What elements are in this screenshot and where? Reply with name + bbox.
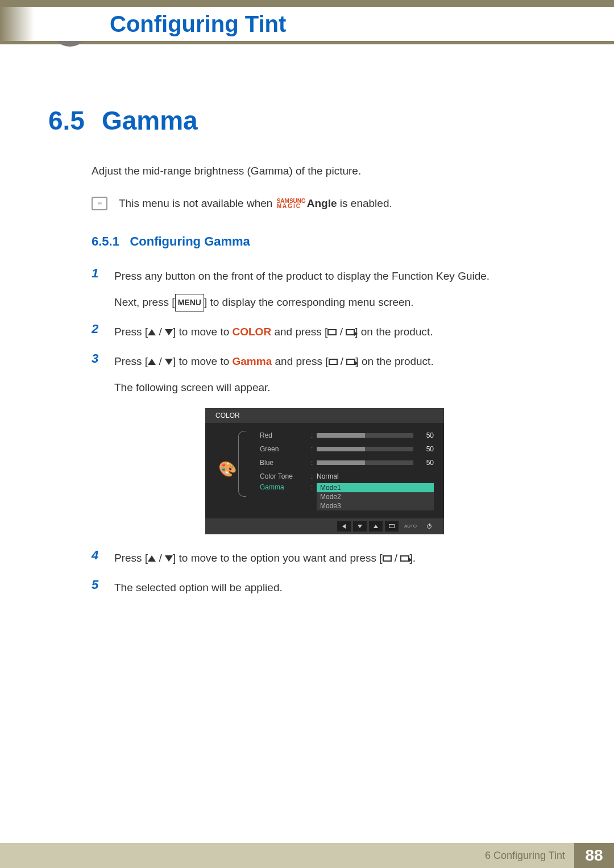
note-row: ≡ This menu is not available when SAMSUN… (92, 197, 566, 210)
triangle-down-icon (165, 359, 173, 365)
rect-icon (329, 359, 338, 365)
step-5: 5 The selected option will be applied. (92, 578, 566, 598)
arrow-left-icon (342, 524, 346, 529)
steps-list: 1 Press any button on the front of the p… (92, 266, 566, 599)
section-name: Gamma (102, 105, 198, 136)
step-number: 3 (92, 351, 103, 398)
colon: : (311, 459, 317, 467)
gamma-dropdown[interactable]: Mode1 Mode2 Mode3 (317, 483, 434, 510)
triangle-up-icon (148, 359, 156, 365)
gamma-option[interactable]: Mode3 (317, 501, 434, 510)
step-number: 1 (92, 266, 103, 313)
osd-value: 50 (419, 431, 434, 439)
keyword-color: COLOR (233, 326, 272, 338)
slider-fill (317, 460, 365, 465)
osd-value: 50 (419, 459, 434, 467)
osd-label-active: Gamma (260, 483, 311, 491)
enter-icon (389, 524, 395, 528)
nav-power-button[interactable] (422, 521, 436, 531)
osd-panel: COLOR 🎨 Red : 50 (205, 408, 444, 534)
header-fade (0, 7, 85, 41)
chapter-title: Configuring Tint (110, 11, 286, 37)
step1-line1: Press any button on the front of the pro… (114, 270, 489, 282)
osd-row-gamma: Gamma : Mode1 Mode2 Mode3 (260, 483, 434, 510)
page: Configuring Tint 6.5 Gamma Adjust the mi… (0, 0, 614, 868)
note-text: This menu is not available when SAMSUNGM… (119, 197, 392, 210)
osd-nav-bar: AUTO (205, 518, 444, 534)
footer-page-number: 88 (574, 843, 614, 868)
step-body: Press [ / ] to move to Gamma and press [… (114, 351, 566, 398)
s1b-pre: Next, press [ (114, 296, 175, 308)
slider-fill (317, 433, 365, 438)
osd-screenshot: COLOR 🎨 Red : 50 (205, 408, 566, 534)
slider-track[interactable] (317, 433, 413, 438)
note-prefix: This menu is not available when (119, 197, 276, 209)
brand-bottom: MAGIC (277, 203, 301, 209)
triangle-down-icon (165, 329, 173, 335)
osd-value: 50 (419, 445, 434, 453)
step-number: 2 (92, 322, 103, 342)
step-3: 3 Press [ / ] to move to Gamma and press… (92, 351, 566, 398)
osd-row-colortone: Color Tone : Normal (260, 470, 434, 483)
brand-word: Angle (307, 197, 337, 209)
subsection-name: Configuring Gamma (130, 234, 250, 248)
osd-row-red: Red : 50 (260, 429, 434, 442)
osd-label: Red (260, 431, 311, 439)
subsection-number: 6.5.1 (92, 234, 119, 248)
section-number: 6.5 (48, 105, 85, 136)
note-suffix: is enabled. (337, 197, 392, 209)
section-heading: 6.5 Gamma (48, 105, 566, 136)
palette-icon: 🎨 (218, 460, 237, 478)
s2-post2: ] on the product. (355, 326, 433, 338)
note-icon: ≡ (92, 197, 107, 210)
slider-fill (317, 447, 365, 451)
rect-icon (383, 555, 392, 562)
osd-left: 🎨 (215, 429, 239, 510)
slider-track[interactable] (317, 460, 413, 465)
colon: : (311, 483, 317, 491)
arrow-up-icon (374, 525, 378, 528)
slider-track[interactable] (317, 447, 413, 451)
colon: : (311, 472, 317, 480)
source-icon (346, 329, 355, 335)
osd-title: COLOR (205, 408, 444, 423)
gamma-option[interactable]: Mode2 (317, 492, 434, 501)
triangle-down-icon (165, 555, 173, 562)
s3-post2: ] on the product. (355, 355, 433, 367)
osd-row-green: Green : 50 (260, 442, 434, 456)
s2-post1: and press [ (271, 326, 327, 338)
section-intro: Adjust the mid-range brightness (Gamma) … (92, 163, 566, 180)
nav-auto-button[interactable]: AUTO (401, 521, 420, 531)
s4-pre: Press [ (114, 552, 148, 564)
colon: : (311, 445, 317, 453)
gamma-option-selected[interactable]: Mode1 (317, 483, 434, 492)
s3-mid: ] to move to (173, 355, 233, 367)
osd-body: 🎨 Red : 50 Green : (205, 423, 444, 518)
step-4: 4 Press [ / ] to move to the option you … (92, 548, 566, 568)
content: 6.5 Gamma Adjust the mid-range brightnes… (48, 105, 566, 607)
colon: : (311, 431, 317, 439)
s3-tail: The following screen will appear. (114, 377, 566, 398)
footer: 6 Configuring Tint 88 (0, 843, 614, 868)
osd-row-blue: Blue : 50 (260, 456, 434, 470)
step-number: 5 (92, 578, 103, 598)
osd-value: Normal (317, 472, 434, 480)
nav-down-button[interactable] (353, 521, 367, 531)
menu-button-icon: MENU (175, 294, 204, 312)
nav-enter-button[interactable] (385, 521, 399, 531)
osd-label: Green (260, 445, 311, 453)
source-icon (346, 359, 355, 365)
step-body: Press [ / ] to move to COLOR and press [… (114, 322, 566, 342)
subsection-heading: 6.5.1 Configuring Gamma (92, 234, 566, 249)
s4-mid: ] to move to the option you want and pre… (173, 552, 383, 564)
triangle-up-icon (148, 329, 156, 335)
nav-back-button[interactable] (337, 521, 351, 531)
arrow-down-icon (358, 525, 362, 528)
osd-label: Color Tone (260, 472, 311, 480)
bracket-icon (238, 431, 246, 497)
step1-line2: Next, press [MENU] to display the corres… (114, 292, 566, 313)
triangle-up-icon (148, 555, 156, 562)
nav-up-button[interactable] (369, 521, 383, 531)
step-2: 2 Press [ / ] to move to COLOR and press… (92, 322, 566, 342)
keyword-gamma: Gamma (233, 355, 272, 367)
